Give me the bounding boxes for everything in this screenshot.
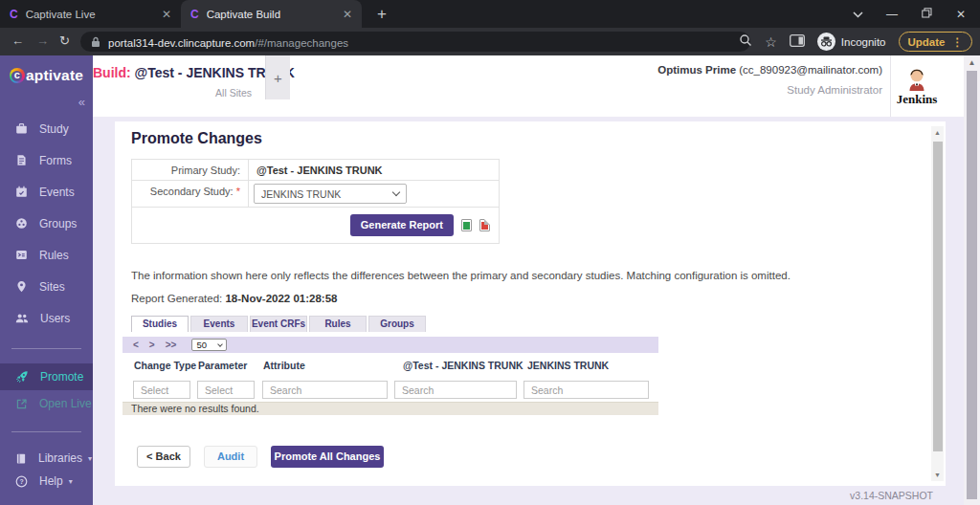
app-header: Build: @Test - JENKINS TRUNK All Sites +… — [93, 55, 964, 117]
window-controls: — ✕ — [852, 0, 980, 28]
promote-changes-card: Promote Changes Primary Study: @Test - J… — [115, 121, 946, 486]
more-menu-icon[interactable]: ⋮ — [952, 35, 964, 49]
incognito-label: Incognito — [841, 36, 886, 48]
sidebar-item-forms[interactable]: Forms — [0, 144, 93, 176]
sidebar-item-label: Groups — [39, 217, 77, 231]
scroll-up-icon[interactable]: ▲ — [964, 58, 980, 67]
sidebar-item-label: Promote — [40, 370, 83, 384]
sidebar-item-label: Forms — [39, 154, 72, 167]
sidebar-item-label: Rules — [39, 249, 69, 262]
chevron-down-icon — [392, 188, 400, 196]
browser-tab-title: Captivate Live — [26, 9, 154, 20]
column-header: Attribute — [263, 360, 305, 371]
browser-tabstrip: C Captivate Live ✕ C Captivate Build ✕ +… — [0, 0, 980, 28]
browser-tab-captivate-live[interactable]: C Captivate Live ✕ — [0, 0, 181, 28]
sidebar-item-label: Users — [40, 312, 70, 325]
tab-rules[interactable]: Rules — [309, 316, 367, 332]
sidebar-item-rules[interactable]: Rules — [0, 239, 93, 271]
tab-close-icon[interactable]: ✕ — [162, 8, 171, 21]
page-title: Promote Changes — [131, 130, 262, 147]
browser-tab-title: Captivate Build — [207, 9, 335, 20]
sidebar-item-events[interactable]: Events — [0, 176, 93, 208]
sidebar-item-label: Libraries — [38, 451, 82, 465]
captivate-logo: c aptivate — [0, 55, 93, 84]
new-tab-button[interactable]: + — [377, 5, 387, 24]
sidebar-item-groups[interactable]: Groups — [0, 208, 93, 239]
tab-events[interactable]: Events — [190, 316, 248, 332]
browser-tab-captivate-build[interactable]: C Captivate Build ✕ — [181, 0, 362, 28]
attribute-search-input[interactable] — [262, 381, 388, 399]
report-generated-line: Report Generated: 18-Nov-2022 01:28:58 — [131, 293, 337, 304]
page-scrollbar[interactable]: ▲ — [964, 55, 980, 505]
side-panel-icon[interactable] — [790, 33, 805, 51]
scroll-up-icon[interactable]: ▲ — [931, 129, 944, 136]
column-header: Parameter — [198, 360, 247, 371]
page-size-select[interactable]: 50 — [191, 339, 227, 351]
users-icon — [15, 312, 29, 324]
bookmark-star-icon[interactable]: ☆ — [765, 34, 777, 50]
sidebar-item-sites[interactable]: Sites — [0, 271, 93, 302]
calendar-icon — [15, 186, 28, 198]
diff-tabs: Studies Events Event CRFs Rules Groups — [131, 316, 426, 332]
url-domain: portal314-dev.clincapture.com — [108, 37, 255, 49]
tab-close-icon[interactable]: ✕ — [343, 8, 352, 21]
forward-navigation-icon[interactable]: → — [36, 33, 49, 48]
promote-all-changes-button[interactable]: Promote All Changes — [271, 446, 384, 468]
scroll-down-icon[interactable]: ▼ — [931, 472, 944, 478]
required-mark: * — [236, 186, 240, 197]
pagination-next-button[interactable]: > — [149, 340, 155, 350]
change-type-filter-select[interactable] — [133, 381, 190, 399]
column-header: @Test - JENKINS TRUNK — [403, 360, 523, 371]
chevron-down-icon — [218, 341, 224, 347]
map-pin-icon — [15, 280, 28, 293]
sidebar-item-help[interactable]: ? Help ▾ — [0, 470, 93, 493]
tab-search-chevron-icon[interactable] — [852, 8, 863, 21]
scrollbar-thumb[interactable] — [933, 142, 943, 451]
audit-button[interactable]: Audit — [204, 446, 257, 468]
sidebar-item-users[interactable]: Users — [0, 302, 93, 334]
collapse-sidebar-icon[interactable]: « — [78, 95, 85, 109]
secondary-study-search-input[interactable] — [523, 381, 649, 399]
scrollbar-thumb[interactable] — [967, 71, 977, 499]
back-navigation-icon[interactable]: ← — [11, 33, 24, 48]
card-scrollbar[interactable]: ▲ ▼ — [931, 126, 944, 481]
main-content: Promote Changes Primary Study: @Test - J… — [93, 117, 964, 505]
export-excel-icon[interactable] — [461, 219, 472, 231]
restore-button[interactable] — [921, 8, 932, 21]
search-icon[interactable] — [739, 33, 752, 51]
help-icon: ? — [15, 475, 28, 488]
chevron-down-icon: ▾ — [88, 454, 92, 463]
browser-toolbar: ← → ↻ portal314-dev.clincapture.com/#/ma… — [0, 28, 980, 55]
pagination-last-button[interactable]: >> — [166, 340, 177, 350]
primary-study-search-input[interactable] — [394, 381, 517, 399]
add-study-tab-button[interactable]: + — [265, 55, 290, 99]
address-bar[interactable]: portal314-dev.clincapture.com/#/managech… — [80, 32, 750, 52]
user-role: Study Administrator — [657, 84, 882, 96]
reload-icon[interactable]: ↻ — [59, 33, 70, 48]
parameter-filter-select[interactable] — [197, 381, 255, 399]
tab-event-crfs[interactable]: Event CRFs — [250, 316, 307, 332]
book-icon — [15, 452, 27, 465]
sidebar-item-study[interactable]: Study — [0, 113, 93, 144]
sidebar-item-open-live[interactable]: Open Live — [0, 390, 93, 417]
pagination-prev-button[interactable]: < — [133, 340, 139, 350]
build-mode-label: Build: — [93, 65, 131, 80]
groups-icon — [15, 217, 28, 230]
generate-report-button[interactable]: Generate Report — [350, 214, 454, 236]
sidebar-item-promote[interactable]: Promote — [0, 363, 93, 390]
close-window-button[interactable]: ✕ — [955, 8, 967, 21]
secondary-study-select[interactable]: JENKINS TRUNK — [254, 184, 407, 204]
current-study-tab[interactable]: Build: @Test - JENKINS TRUNK All Sites — [93, 55, 265, 117]
captivate-logo-icon: c — [10, 68, 25, 83]
document-icon — [15, 154, 28, 166]
captivate-favicon: C — [190, 8, 199, 21]
sidebar-item-libraries[interactable]: Libraries ▾ — [0, 447, 93, 470]
update-browser-button[interactable]: Update ⋮ — [899, 32, 972, 52]
tab-groups[interactable]: Groups — [368, 316, 426, 332]
all-sites-label: All Sites — [93, 87, 265, 99]
export-pdf-icon[interactable] — [479, 219, 490, 231]
tab-studies[interactable]: Studies — [131, 316, 189, 332]
back-button[interactable]: < Back — [137, 446, 190, 468]
rules-icon — [15, 249, 28, 261]
minimize-button[interactable]: — — [886, 8, 898, 21]
